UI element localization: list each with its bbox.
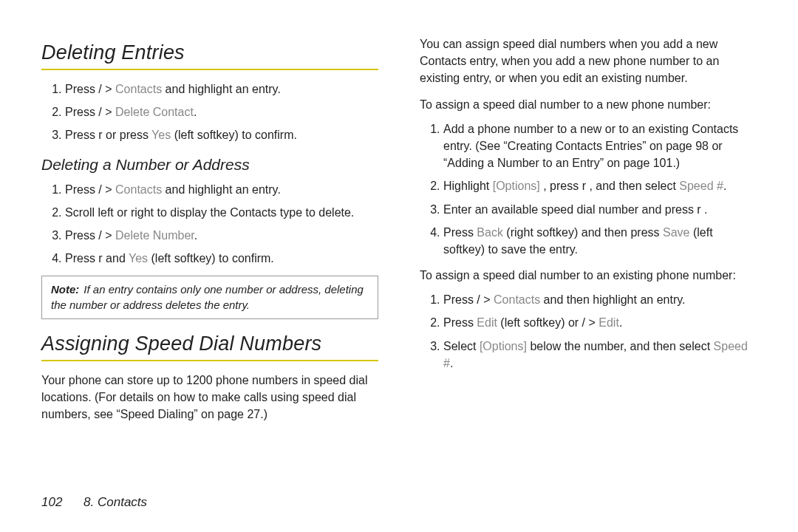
text: Enter an available speed dial number and… bbox=[443, 203, 701, 216]
text: Press / bbox=[65, 106, 102, 118]
text: or press bbox=[103, 129, 151, 141]
ui-label-contacts: Contacts bbox=[115, 83, 162, 95]
section-title: 8. Contacts bbox=[83, 495, 147, 509]
text: below the number, and then select bbox=[527, 340, 714, 352]
text: > bbox=[480, 293, 494, 306]
lead-existing-number: To assign a speed dial number to an exis… bbox=[420, 267, 757, 284]
text: > bbox=[102, 183, 115, 196]
text: . bbox=[194, 106, 197, 118]
steps-delete-entry: Press / > Contacts and highlight an entr… bbox=[41, 81, 378, 144]
text: Add a phone number to a new or to an exi… bbox=[443, 123, 738, 169]
ui-label-contacts: Contacts bbox=[115, 183, 162, 196]
text: Press r bbox=[65, 129, 103, 141]
ui-label-yes: Yes bbox=[151, 129, 171, 141]
text: (left softkey) to confirm. bbox=[148, 252, 274, 265]
text: Press / bbox=[443, 293, 480, 306]
text: . bbox=[701, 203, 708, 216]
text: . bbox=[723, 180, 726, 192]
text: > bbox=[102, 83, 115, 95]
ui-label-speed-num: Speed # bbox=[679, 180, 723, 192]
two-column-layout: Deleting Entries Press / > Contacts and … bbox=[41, 35, 757, 488]
step: Highlight [Options] , press r , and then… bbox=[443, 177, 757, 194]
note-box: Note:If an entry contains only one numbe… bbox=[41, 276, 378, 319]
step: Press r or press Yes (left softkey) to c… bbox=[65, 126, 378, 143]
steps-assign-new: Add a phone number to a new or to an exi… bbox=[420, 120, 757, 258]
step: Press Back (right softkey) and then pres… bbox=[443, 224, 757, 258]
ui-label-edit: Edit bbox=[598, 316, 619, 329]
subheading-delete-number: Deleting a Number or Address bbox=[41, 156, 378, 174]
step: Press r and Yes (left softkey) to confir… bbox=[65, 250, 378, 267]
step: Press / > Delete Number. bbox=[65, 227, 378, 244]
text: . bbox=[450, 357, 453, 369]
text: > bbox=[102, 229, 115, 242]
lead-new-number: To assign a speed dial number to a new p… bbox=[420, 96, 757, 113]
text: (left softkey) or / bbox=[497, 316, 585, 329]
page-footer: 102 8. Contacts bbox=[41, 488, 757, 510]
heading-underline bbox=[41, 360, 378, 361]
text: , press r bbox=[540, 180, 586, 192]
ui-label-options: [Options] bbox=[480, 340, 527, 352]
text: and then highlight an entry. bbox=[540, 293, 685, 306]
ui-label-delete-contact: Delete Contact bbox=[115, 106, 194, 118]
text: Press / bbox=[65, 83, 102, 95]
text: > bbox=[102, 106, 115, 118]
ui-label-edit: Edit bbox=[477, 316, 497, 329]
text: and bbox=[103, 252, 129, 265]
text: Select bbox=[443, 340, 480, 352]
ui-label-yes: Yes bbox=[129, 252, 148, 265]
step: Press / > Contacts and highlight an entr… bbox=[65, 181, 378, 198]
text: Press / bbox=[65, 229, 102, 242]
heading-assigning-speed-dial: Assigning Speed Dial Numbers bbox=[41, 332, 378, 355]
step: Press / > Contacts and highlight an entr… bbox=[65, 81, 378, 98]
text: (right softkey) and then press bbox=[503, 226, 663, 239]
text: . bbox=[619, 316, 622, 329]
paragraph: You can assign speed dial numbers when y… bbox=[420, 35, 757, 87]
text: Press bbox=[443, 226, 477, 239]
text: and highlight an entry. bbox=[162, 183, 281, 196]
step: Select [Options] below the number, and t… bbox=[443, 338, 757, 372]
text: . bbox=[194, 229, 197, 242]
text: Press bbox=[443, 316, 477, 329]
heading-underline bbox=[41, 69, 378, 70]
text: Press r bbox=[65, 252, 103, 265]
heading-deleting-entries: Deleting Entries bbox=[41, 41, 378, 64]
right-column: You can assign speed dial numbers when y… bbox=[420, 35, 757, 488]
note-label: Note: bbox=[51, 283, 79, 296]
step: Press Edit (left softkey) or / > Edit. bbox=[443, 314, 757, 331]
text: Press / bbox=[65, 183, 102, 196]
ui-label-save: Save bbox=[663, 226, 689, 239]
note-text: If an entry contains only one number or … bbox=[51, 283, 364, 310]
ui-label-delete-number: Delete Number bbox=[115, 229, 194, 242]
text: and highlight an entry. bbox=[162, 83, 281, 95]
step: Scroll left or right to display the Cont… bbox=[65, 204, 378, 221]
text: (left softkey) to confirm. bbox=[171, 129, 297, 141]
steps-assign-existing: Press / > Contacts and then highlight an… bbox=[420, 291, 757, 372]
step: Press / > Delete Contact. bbox=[65, 103, 378, 120]
text: Highlight bbox=[443, 180, 493, 192]
step: Press / > Contacts and then highlight an… bbox=[443, 291, 757, 308]
ui-label-contacts: Contacts bbox=[494, 293, 540, 306]
text: > bbox=[585, 316, 598, 329]
left-column: Deleting Entries Press / > Contacts and … bbox=[41, 35, 378, 488]
ui-label-options: [Options] bbox=[493, 180, 540, 192]
step: Enter an available speed dial number and… bbox=[443, 201, 757, 218]
step: Add a phone number to a new or to an exi… bbox=[443, 120, 757, 172]
text: , and then select bbox=[586, 180, 679, 192]
page-number: 102 bbox=[41, 495, 62, 509]
ui-label-back: Back bbox=[477, 226, 503, 239]
steps-delete-number: Press / > Contacts and highlight an entr… bbox=[41, 181, 378, 267]
text: Scroll left or right to display the Cont… bbox=[65, 206, 354, 219]
paragraph: Your phone can store up to 1200 phone nu… bbox=[41, 372, 378, 423]
manual-page: Deleting Entries Press / > Contacts and … bbox=[0, 0, 798, 532]
